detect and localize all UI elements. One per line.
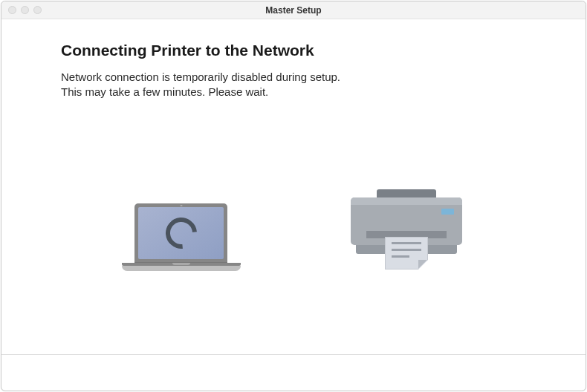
printer-icon	[347, 189, 466, 271]
content-area: Connecting Printer to the Network Networ…	[1, 19, 586, 354]
spinner-icon	[159, 211, 203, 255]
footer	[1, 355, 586, 391]
status-line-1: Network connection is temporarily disabl…	[61, 70, 526, 85]
illustration-row	[61, 189, 526, 271]
page-heading: Connecting Printer to the Network	[61, 42, 526, 59]
window-title: Master Setup	[1, 5, 586, 16]
laptop-icon	[122, 203, 241, 271]
status-line-2: This may take a few minutes. Please wait…	[61, 85, 526, 99]
status-text: Network connection is temporarily disabl…	[61, 70, 526, 100]
setup-window: Master Setup Connecting Printer to the N…	[1, 1, 586, 391]
titlebar: Master Setup	[1, 1, 586, 19]
